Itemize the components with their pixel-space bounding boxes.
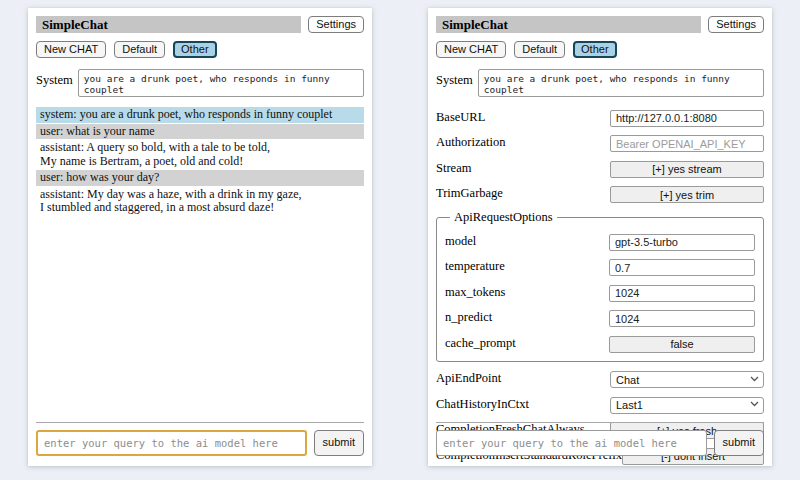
model-label: model bbox=[445, 234, 609, 249]
new-chat-button[interactable]: New CHAT bbox=[436, 41, 506, 58]
chat-message-assistant: assistant: A query so bold, with a tale … bbox=[36, 140, 364, 169]
chat-message-system: system: you are a drunk poet, who respon… bbox=[36, 107, 364, 123]
footer-divider bbox=[436, 422, 764, 423]
app-title: SimpleChat bbox=[442, 17, 508, 33]
baseurl-label: BaseURL bbox=[436, 110, 610, 125]
settings-button[interactable]: Settings bbox=[708, 16, 764, 33]
query-footer: submit bbox=[36, 422, 364, 456]
setting-row-temperature: temperature bbox=[445, 258, 755, 277]
api-endpoint-label: ApiEndPoint bbox=[436, 371, 610, 386]
system-prompt-input[interactable]: you are a drunk poet, who responds in fu… bbox=[78, 69, 364, 97]
settings-list: BaseURL Authorization Stream [+] yes str… bbox=[436, 108, 764, 465]
n-predict-label: n_predict bbox=[445, 310, 609, 325]
query-input[interactable] bbox=[436, 430, 707, 456]
settings-panel: SimpleChat Settings New CHAT Default Oth… bbox=[428, 8, 772, 466]
chat-message-list: system: you are a drunk poet, who respon… bbox=[36, 107, 364, 216]
max-tokens-label: max_tokens bbox=[445, 285, 609, 300]
system-label: System bbox=[436, 69, 473, 88]
setting-row-api-endpoint: ApiEndPoint Chat bbox=[436, 370, 764, 389]
session-tab-default[interactable]: Default bbox=[514, 41, 565, 58]
footer-divider bbox=[36, 422, 364, 423]
setting-row-model: model bbox=[445, 232, 755, 251]
system-prompt-row: System you are a drunk poet, who respond… bbox=[436, 69, 764, 97]
chat-history-select[interactable]: Last1 bbox=[610, 397, 764, 414]
title-strip: SimpleChat bbox=[436, 16, 701, 33]
stream-toggle-button[interactable]: [+] yes stream bbox=[610, 161, 764, 178]
authorization-input[interactable] bbox=[610, 135, 764, 152]
trimgarbage-label: TrimGarbage bbox=[436, 186, 610, 201]
system-prompt-input[interactable]: you are a drunk poet, who responds in fu… bbox=[478, 69, 764, 97]
api-request-options-legend: ApiRequestOptions bbox=[450, 210, 557, 225]
api-endpoint-select[interactable]: Chat bbox=[610, 371, 764, 388]
model-input[interactable] bbox=[609, 234, 755, 251]
title-strip: SimpleChat bbox=[36, 16, 301, 33]
cache-prompt-label: cache_prompt bbox=[445, 336, 609, 351]
chat-message-user: user: how was your day? bbox=[36, 170, 364, 186]
trimgarbage-toggle-button[interactable]: [+] yes trim bbox=[610, 186, 764, 203]
session-tab-default[interactable]: Default bbox=[114, 41, 165, 58]
session-bar: New CHAT Default Other bbox=[436, 41, 764, 58]
submit-button[interactable]: submit bbox=[714, 430, 764, 456]
setting-row-trimgarbage: TrimGarbage [+] yes trim bbox=[436, 185, 764, 204]
setting-row-n-predict: n_predict bbox=[445, 309, 755, 328]
setting-row-max-tokens: max_tokens bbox=[445, 283, 755, 302]
authorization-label: Authorization bbox=[436, 135, 610, 150]
query-input[interactable] bbox=[36, 430, 307, 456]
cache-prompt-toggle-button[interactable]: false bbox=[609, 336, 755, 353]
chat-message-assistant: assistant: My day was a haze, with a dri… bbox=[36, 187, 364, 216]
session-tab-other[interactable]: Other bbox=[573, 41, 617, 58]
session-tab-other[interactable]: Other bbox=[173, 41, 217, 58]
stream-label: Stream bbox=[436, 161, 610, 176]
n-predict-input[interactable] bbox=[609, 310, 755, 327]
new-chat-button[interactable]: New CHAT bbox=[36, 41, 106, 58]
setting-row-chat-history: ChatHistoryInCtxt Last1 bbox=[436, 395, 764, 414]
temperature-label: temperature bbox=[445, 259, 609, 274]
system-label: System bbox=[36, 69, 73, 88]
setting-row-baseurl: BaseURL bbox=[436, 108, 764, 127]
api-request-options-fieldset: ApiRequestOptions model temperature max_… bbox=[436, 210, 764, 362]
temperature-input[interactable] bbox=[609, 259, 755, 276]
chat-message-user: user: what is your name bbox=[36, 124, 364, 140]
setting-row-authorization: Authorization bbox=[436, 134, 764, 153]
session-bar: New CHAT Default Other bbox=[36, 41, 364, 58]
titlebar: SimpleChat Settings bbox=[36, 16, 364, 33]
titlebar: SimpleChat Settings bbox=[436, 16, 764, 33]
app-title: SimpleChat bbox=[42, 17, 108, 33]
setting-row-cache-prompt: cache_prompt false bbox=[445, 334, 755, 353]
submit-button[interactable]: submit bbox=[314, 430, 364, 456]
baseurl-input[interactable] bbox=[610, 110, 764, 127]
settings-button[interactable]: Settings bbox=[308, 16, 364, 33]
max-tokens-input[interactable] bbox=[609, 285, 755, 302]
system-prompt-row: System you are a drunk poet, who respond… bbox=[36, 69, 364, 97]
chat-panel: SimpleChat Settings New CHAT Default Oth… bbox=[28, 8, 372, 466]
query-footer: submit bbox=[436, 422, 764, 456]
setting-row-stream: Stream [+] yes stream bbox=[436, 159, 764, 178]
chat-history-label: ChatHistoryInCtxt bbox=[436, 397, 610, 412]
